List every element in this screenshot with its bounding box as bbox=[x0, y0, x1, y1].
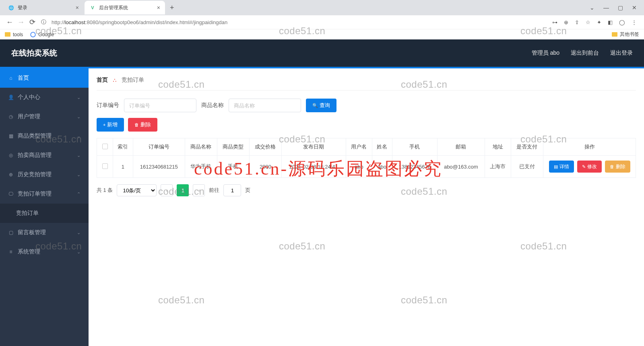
monitor-icon: 🖵 bbox=[8, 191, 14, 197]
forward-button[interactable]: → bbox=[15, 18, 27, 27]
url-input[interactable]: http://localhost:8080/springbootp0eo6/ad… bbox=[52, 19, 550, 25]
svg-point-0 bbox=[31, 32, 36, 37]
back-button[interactable]: ← bbox=[4, 18, 15, 27]
logout-link[interactable]: 退出登录 bbox=[610, 49, 633, 57]
filter-product-input[interactable] bbox=[229, 99, 301, 112]
new-tab-button[interactable]: + bbox=[166, 4, 178, 12]
cell-index: 1 bbox=[113, 156, 133, 178]
page-number[interactable]: 1 bbox=[177, 184, 189, 196]
tab-title: 后台管理系统 bbox=[99, 4, 128, 11]
edit-button[interactable]: ✎修改 bbox=[577, 161, 602, 173]
cell-address: 上海市 bbox=[485, 156, 511, 178]
search-icon: 🔍 bbox=[312, 103, 318, 108]
header-right: 管理员 abo 退出到前台 退出登录 bbox=[532, 49, 633, 57]
window-minimize-icon[interactable]: — bbox=[603, 4, 609, 11]
url-scheme: http:// bbox=[52, 19, 65, 25]
sidebar-item-label: 历史竞拍管理 bbox=[18, 171, 52, 178]
sidebar-item-profile[interactable]: 👤个人中心⌄ bbox=[0, 88, 89, 107]
detail-label: 详情 bbox=[559, 163, 569, 170]
breadcrumb-icon: ⛬ bbox=[112, 77, 118, 83]
col-date: 发布日期 bbox=[281, 138, 346, 156]
select-all-checkbox[interactable] bbox=[102, 144, 108, 149]
address-bar: ← → ⟳ ⓘ http://localhost:8080/springboot… bbox=[0, 15, 644, 29]
search-button[interactable]: 🔍查询 bbox=[306, 99, 336, 112]
sliders-icon: ≡ bbox=[8, 249, 14, 255]
sidebar-item-product-types[interactable]: ▦商品类型管理⌄ bbox=[0, 126, 89, 146]
trash-icon: 🗑 bbox=[134, 122, 139, 127]
plus-icon: + bbox=[103, 122, 105, 127]
delete-button[interactable]: 🗑删除 bbox=[128, 118, 157, 132]
col-type: 商品类型 bbox=[217, 138, 249, 156]
pager-total: 共 1 条 bbox=[97, 187, 113, 194]
goto-input[interactable] bbox=[223, 184, 241, 196]
bookmark-label: 其他书签 bbox=[620, 31, 639, 38]
filter-order-label: 订单编号 bbox=[97, 102, 119, 109]
row-delete-button[interactable]: 🗑删除 bbox=[605, 161, 630, 173]
sidebar-item-label: 留言板管理 bbox=[18, 229, 46, 236]
prev-page-button[interactable]: ‹ bbox=[161, 184, 173, 196]
col-user: 用户名 bbox=[346, 138, 372, 156]
bookmark-other[interactable]: 其他书签 bbox=[612, 31, 639, 38]
menu-icon[interactable]: ⋮ bbox=[632, 19, 637, 25]
sidebar-item-users[interactable]: ◷用户管理⌄ bbox=[0, 107, 89, 126]
sidebar-item-label: 系统管理 bbox=[18, 248, 40, 255]
site-info-icon[interactable]: ⓘ bbox=[38, 19, 49, 26]
chevron-down-icon: ⌄ bbox=[77, 230, 80, 235]
key-icon[interactable]: ⊶ bbox=[552, 19, 557, 25]
browser-chrome: 🌐 登录 × V 后台管理系统 × + ⌄ — ▢ ✕ ← → ⟳ ⓘ http… bbox=[0, 0, 644, 39]
sidebar-item-system[interactable]: ≡系统管理⌄ bbox=[0, 242, 89, 262]
sidebar-sub-bid-order[interactable]: 竞拍订单 bbox=[0, 204, 89, 223]
bookmark-label: tools bbox=[13, 32, 23, 37]
edit-icon: ✎ bbox=[582, 164, 586, 169]
window-close-icon[interactable]: ✕ bbox=[632, 4, 637, 11]
row-checkbox[interactable] bbox=[102, 163, 108, 169]
admin-label[interactable]: 管理员 abo bbox=[532, 49, 559, 57]
next-page-button[interactable]: › bbox=[193, 184, 205, 196]
chevron-down-icon: ⌄ bbox=[77, 153, 80, 158]
filter-bar: 订单编号 商品名称 🔍查询 bbox=[97, 99, 636, 112]
page-size-select[interactable]: 10条/页 bbox=[117, 184, 157, 196]
zoom-icon[interactable]: ⊕ bbox=[564, 19, 568, 25]
chevron-down-icon: ⌄ bbox=[77, 134, 80, 139]
data-table: 索引 订单编号 商品名称 商品类型 成交价格 发布日期 用户名 姓名 手机 邮箱… bbox=[97, 138, 636, 178]
close-icon[interactable]: × bbox=[76, 4, 79, 11]
detail-button[interactable]: ▤详情 bbox=[549, 161, 574, 173]
bookmark-label: Google bbox=[38, 32, 54, 37]
window-dropdown-icon[interactable]: ⌄ bbox=[590, 4, 594, 11]
close-icon[interactable]: × bbox=[157, 4, 160, 11]
reload-button[interactable]: ⟳ bbox=[27, 18, 38, 27]
breadcrumb-home[interactable]: 首页 bbox=[97, 76, 108, 84]
extensions-icon[interactable]: ✦ bbox=[597, 19, 601, 25]
chevron-down-icon: ⌄ bbox=[77, 114, 80, 119]
col-index: 索引 bbox=[113, 138, 133, 156]
browser-tab-login[interactable]: 🌐 登录 × bbox=[3, 1, 84, 14]
bookmark-tools[interactable]: tools bbox=[5, 32, 23, 37]
app-header: 在线拍卖系统 管理员 abo 退出到前台 退出登录 bbox=[0, 39, 644, 67]
globe-icon: 🌐 bbox=[8, 4, 14, 11]
add-button[interactable]: +新增 bbox=[97, 118, 124, 132]
filter-product-label: 商品名称 bbox=[201, 102, 224, 109]
sidebar-item-messages[interactable]: ▢留言板管理⌄ bbox=[0, 223, 89, 242]
sidebar-item-label: 商品类型管理 bbox=[18, 132, 52, 140]
sidebar-item-label: 首页 bbox=[18, 74, 29, 82]
panel-icon[interactable]: ◧ bbox=[608, 19, 613, 25]
profile-icon[interactable]: ◯ bbox=[619, 19, 625, 25]
sidebar-item-history[interactable]: ⊕历史竞拍管理⌄ bbox=[0, 165, 89, 184]
chevron-up-icon: ⌃ bbox=[77, 192, 80, 197]
share-icon[interactable]: ⇪ bbox=[575, 19, 579, 25]
bookmark-google[interactable]: Google bbox=[30, 32, 54, 37]
sidebar-item-home[interactable]: ⌂首页 bbox=[0, 68, 89, 88]
table-header-row: 索引 订单编号 商品名称 商品类型 成交价格 发布日期 用户名 姓名 手机 邮箱… bbox=[97, 138, 636, 156]
folder-icon bbox=[612, 32, 617, 37]
browser-tab-admin[interactable]: V 后台管理系统 × bbox=[85, 1, 165, 14]
to-front-link[interactable]: 退出到前台 bbox=[571, 49, 599, 57]
add-label: 新增 bbox=[107, 121, 118, 128]
cell-user: abo bbox=[346, 156, 372, 178]
filter-order-input[interactable] bbox=[124, 99, 196, 112]
sidebar-item-auction-products[interactable]: ◎拍卖商品管理⌄ bbox=[0, 146, 89, 165]
window-maximize-icon[interactable]: ▢ bbox=[618, 4, 623, 11]
star-icon[interactable]: ☆ bbox=[586, 19, 590, 25]
clock-icon: ◷ bbox=[8, 114, 14, 119]
sidebar-item-bid-orders[interactable]: 🖵竞拍订单管理⌃ bbox=[0, 184, 89, 204]
col-product: 商品名称 bbox=[185, 138, 217, 156]
